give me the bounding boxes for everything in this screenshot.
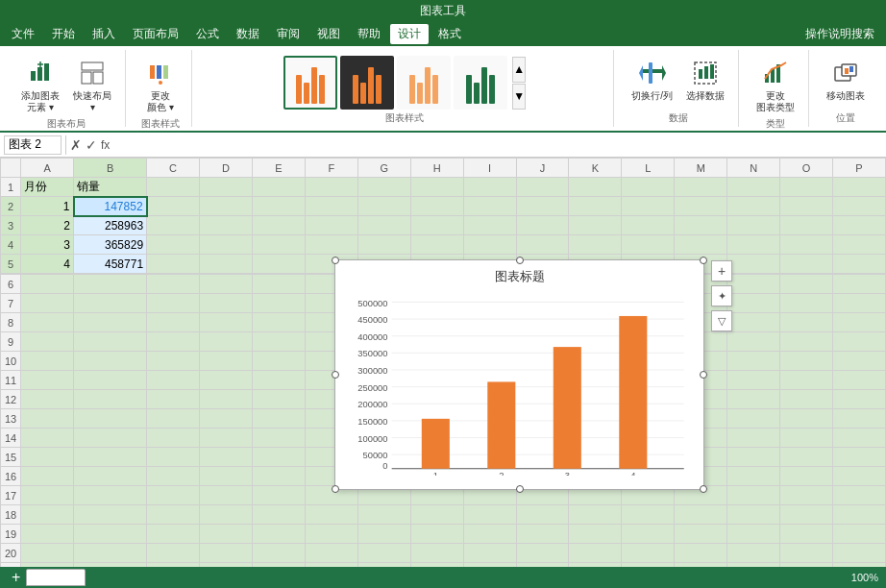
cell-empty[interactable] bbox=[780, 505, 833, 525]
cell-G2[interactable] bbox=[357, 197, 410, 216]
cell-empty[interactable] bbox=[199, 352, 252, 371]
confirm-formula-icon[interactable]: ✓ bbox=[86, 137, 97, 153]
cell-empty[interactable] bbox=[74, 371, 147, 390]
cell-empty[interactable] bbox=[199, 525, 252, 544]
cell-empty[interactable] bbox=[833, 544, 886, 563]
cell-empty[interactable] bbox=[199, 563, 252, 568]
cell-empty[interactable] bbox=[780, 448, 833, 467]
cell-O4[interactable] bbox=[780, 235, 833, 255]
cell-C4[interactable] bbox=[147, 235, 200, 255]
cell-empty[interactable] bbox=[463, 544, 516, 563]
add-sheet-btn[interactable]: + bbox=[8, 569, 24, 586]
chart-bar-1[interactable] bbox=[422, 419, 450, 469]
cell-empty[interactable] bbox=[357, 544, 410, 563]
cell-F1[interactable] bbox=[305, 178, 357, 197]
cell-empty[interactable] bbox=[199, 448, 252, 467]
cell-empty[interactable] bbox=[357, 563, 410, 568]
cell-N4[interactable] bbox=[727, 235, 780, 255]
cell-empty[interactable] bbox=[305, 505, 357, 525]
cell-B4[interactable]: 365829 bbox=[74, 235, 147, 255]
cell-empty[interactable] bbox=[675, 563, 727, 568]
col-header-H[interactable]: H bbox=[410, 159, 463, 178]
cell-empty[interactable] bbox=[252, 429, 305, 448]
cell-L4[interactable] bbox=[622, 235, 675, 255]
cell-K4[interactable] bbox=[569, 235, 622, 255]
cell-K2[interactable] bbox=[569, 197, 622, 216]
cell-F4[interactable] bbox=[305, 235, 357, 255]
cell-empty[interactable] bbox=[147, 371, 200, 390]
cell-empty[interactable] bbox=[833, 448, 886, 467]
cell-empty[interactable] bbox=[21, 525, 74, 544]
cell-empty[interactable] bbox=[74, 467, 147, 486]
cell-empty[interactable] bbox=[21, 313, 74, 332]
cell-M1[interactable] bbox=[675, 178, 727, 197]
cell-P4[interactable] bbox=[833, 235, 886, 255]
cell-empty[interactable] bbox=[74, 505, 147, 525]
cell-L1[interactable] bbox=[622, 178, 675, 197]
cell-O3[interactable] bbox=[780, 216, 833, 235]
cell-E5[interactable] bbox=[252, 255, 305, 274]
cell-empty[interactable] bbox=[727, 313, 780, 332]
cell-empty[interactable] bbox=[252, 486, 305, 505]
chart-style-2[interactable] bbox=[340, 56, 394, 110]
cell-empty[interactable] bbox=[147, 505, 200, 525]
cell-A3[interactable]: 2 bbox=[21, 216, 74, 235]
cell-empty[interactable] bbox=[727, 505, 780, 525]
cell-empty[interactable] bbox=[21, 544, 74, 563]
menu-item-insert[interactable]: 插入 bbox=[85, 24, 123, 44]
cell-empty[interactable] bbox=[252, 525, 305, 544]
cell-M3[interactable] bbox=[675, 216, 727, 235]
cell-empty[interactable] bbox=[74, 409, 147, 429]
cell-B3[interactable]: 258963 bbox=[74, 216, 147, 235]
cell-empty[interactable] bbox=[74, 294, 147, 313]
cell-J1[interactable] bbox=[516, 178, 569, 197]
cell-empty[interactable] bbox=[833, 275, 886, 294]
col-header-A[interactable]: A bbox=[21, 159, 74, 178]
cell-empty[interactable] bbox=[833, 486, 886, 505]
cell-empty[interactable] bbox=[357, 505, 410, 525]
cell-empty[interactable] bbox=[410, 505, 463, 525]
cell-empty[interactable] bbox=[833, 332, 886, 352]
cell-empty[interactable] bbox=[727, 429, 780, 448]
cell-D1[interactable] bbox=[199, 178, 252, 197]
cell-empty[interactable] bbox=[21, 332, 74, 352]
change-chart-type-btn[interactable]: 更改图表类型 bbox=[751, 54, 800, 117]
cell-empty[interactable] bbox=[147, 429, 200, 448]
cell-empty[interactable] bbox=[147, 525, 200, 544]
chart-style-btn[interactable]: ✦ bbox=[711, 285, 732, 306]
cell-empty[interactable] bbox=[199, 409, 252, 429]
cell-J3[interactable] bbox=[516, 216, 569, 235]
formula-input[interactable] bbox=[113, 135, 882, 155]
cell-empty[interactable] bbox=[21, 275, 74, 294]
cell-empty[interactable] bbox=[675, 544, 727, 563]
cell-empty[interactable] bbox=[516, 544, 569, 563]
cell-B2[interactable]: 147852 bbox=[74, 197, 147, 216]
chart-styles-scroll-down[interactable]: ▼ bbox=[512, 84, 526, 110]
cell-D4[interactable] bbox=[199, 235, 252, 255]
cell-empty[interactable] bbox=[463, 525, 516, 544]
menu-item-start[interactable]: 开始 bbox=[44, 24, 83, 44]
cell-empty[interactable] bbox=[74, 429, 147, 448]
cell-C1[interactable] bbox=[147, 178, 200, 197]
cell-empty[interactable] bbox=[463, 563, 516, 568]
col-header-F[interactable]: F bbox=[305, 159, 357, 178]
menu-item-formula[interactable]: 公式 bbox=[188, 24, 227, 44]
cell-empty[interactable] bbox=[410, 563, 463, 568]
cell-empty[interactable] bbox=[21, 486, 74, 505]
cell-empty[interactable] bbox=[199, 371, 252, 390]
cell-empty[interactable] bbox=[780, 332, 833, 352]
cell-empty[interactable] bbox=[569, 544, 622, 563]
cell-empty[interactable] bbox=[252, 275, 305, 294]
cell-P5[interactable] bbox=[833, 255, 886, 274]
cell-E1[interactable] bbox=[252, 178, 305, 197]
cell-P2[interactable] bbox=[833, 197, 886, 216]
cell-empty[interactable] bbox=[410, 525, 463, 544]
cell-empty[interactable] bbox=[780, 390, 833, 409]
cell-C2[interactable] bbox=[147, 197, 200, 216]
col-header-M[interactable]: M bbox=[675, 159, 727, 178]
menu-item-data[interactable]: 数据 bbox=[229, 24, 267, 44]
menu-item-format[interactable]: 格式 bbox=[431, 24, 469, 44]
cell-empty[interactable] bbox=[727, 544, 780, 563]
cell-A5[interactable]: 4 bbox=[21, 255, 74, 274]
col-header-C[interactable]: C bbox=[147, 159, 200, 178]
